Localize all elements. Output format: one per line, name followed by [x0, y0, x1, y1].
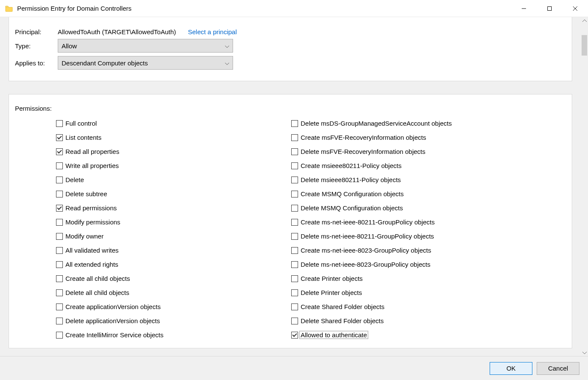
window-title: Permission Entry for Domain Controllers [17, 5, 132, 12]
permission-item[interactable]: Modify permissions [56, 215, 291, 229]
permission-item[interactable]: Delete msieee80211-Policy objects [291, 173, 526, 187]
minimize-button[interactable] [511, 0, 537, 17]
permission-item[interactable]: Delete [56, 173, 291, 187]
permission-item[interactable]: All validated writes [56, 243, 291, 257]
scroll-down-icon[interactable] [581, 349, 588, 356]
permission-label: Create ms-net-ieee-8023-GroupPolicy obje… [301, 247, 431, 254]
permission-item[interactable]: Create IntelliMirror Service objects [56, 328, 291, 342]
permission-label: Read all properties [65, 148, 119, 155]
checkbox[interactable] [291, 177, 298, 183]
permission-item[interactable]: Write all properties [56, 159, 291, 173]
permission-label: All validated writes [65, 247, 118, 254]
checkbox[interactable] [291, 233, 298, 240]
chevron-down-icon [225, 59, 229, 67]
applies-to-combo[interactable]: Descendant Computer objects [58, 56, 233, 70]
permission-label: Delete Printer objects [301, 289, 362, 296]
scroll-thumb[interactable] [582, 35, 587, 56]
permission-label: Create IntelliMirror Service objects [65, 331, 163, 339]
chevron-down-icon [225, 42, 229, 50]
principal-label: Principal: [15, 28, 58, 35]
checkbox[interactable] [56, 318, 63, 324]
checkbox[interactable] [291, 318, 298, 324]
permission-label: Delete Shared Folder objects [301, 317, 384, 324]
permission-label: Delete applicationVersion objects [65, 317, 160, 324]
permission-label: List contents [65, 134, 101, 141]
permission-item[interactable]: Delete msFVE-RecoveryInformation objects [291, 144, 526, 159]
permission-item[interactable]: Full control [56, 116, 291, 130]
permission-item[interactable]: Delete ms-net-ieee-80211-GroupPolicy obj… [291, 229, 526, 243]
permission-item[interactable]: Read all properties [56, 144, 291, 159]
permissions-column-2: Delete msDS-GroupManagedServiceAccount o… [291, 116, 526, 342]
permission-label: Create msFVE-RecoveryInformation objects [301, 134, 426, 141]
checkbox[interactable] [291, 261, 298, 268]
permission-item[interactable]: Allowed to authenticate [291, 328, 526, 342]
checkbox[interactable] [291, 120, 298, 127]
checkbox[interactable] [291, 191, 298, 197]
maximize-button[interactable] [537, 0, 562, 17]
checkbox[interactable] [291, 289, 298, 296]
type-combo[interactable]: Allow [58, 39, 233, 53]
permission-item[interactable]: List contents [56, 130, 291, 144]
checkbox[interactable] [56, 303, 63, 310]
permission-item[interactable]: Read permissions [56, 201, 291, 215]
permission-item[interactable]: Delete Shared Folder objects [291, 314, 526, 328]
close-button[interactable] [562, 0, 588, 17]
select-principal-link[interactable]: Select a principal [188, 28, 237, 35]
checkbox[interactable] [56, 191, 63, 197]
permission-item[interactable]: Create Printer objects [291, 271, 526, 286]
permission-item[interactable]: Delete ms-net-ieee-8023-GroupPolicy obje… [291, 257, 526, 271]
checkbox[interactable] [56, 247, 63, 254]
checkbox[interactable] [291, 275, 298, 282]
type-label: Type: [15, 42, 58, 50]
permission-item[interactable]: Create ms-net-ieee-8023-GroupPolicy obje… [291, 243, 526, 257]
permission-item[interactable]: Delete MSMQ Configuration objects [291, 201, 526, 215]
permission-label: Delete MSMQ Configuration objects [301, 204, 403, 212]
window-controls [511, 0, 588, 17]
permission-item[interactable]: Delete applicationVersion objects [56, 314, 291, 328]
checkbox[interactable] [56, 205, 63, 212]
checkbox[interactable] [291, 205, 298, 212]
permission-label: Delete msFVE-RecoveryInformation objects [301, 148, 425, 155]
ok-button[interactable]: OK [490, 362, 532, 375]
permission-item[interactable]: Delete msDS-GroupManagedServiceAccount o… [291, 116, 526, 130]
cancel-button[interactable]: Cancel [537, 362, 579, 375]
checkbox[interactable] [56, 148, 63, 155]
checkbox[interactable] [56, 134, 63, 141]
permission-item[interactable]: All extended rights [56, 257, 291, 271]
permission-label: Create Printer objects [301, 275, 363, 282]
permission-item[interactable]: Delete Printer objects [291, 286, 526, 300]
checkbox[interactable] [56, 177, 63, 183]
checkbox[interactable] [56, 120, 63, 127]
permission-label: All extended rights [65, 261, 118, 268]
checkbox[interactable] [291, 247, 298, 254]
principal-panel: Principal: AllowedToAuth (TARGET\Allowed… [9, 17, 572, 81]
checkbox[interactable] [291, 134, 298, 141]
checkbox[interactable] [291, 303, 298, 310]
scroll-up-icon[interactable] [581, 17, 588, 24]
checkbox[interactable] [291, 148, 298, 155]
titlebar: Permission Entry for Domain Controllers [0, 0, 588, 17]
permission-item[interactable]: Create msFVE-RecoveryInformation objects [291, 130, 526, 144]
checkbox[interactable] [56, 275, 63, 282]
permission-item[interactable]: Delete subtree [56, 187, 291, 201]
permission-item[interactable]: Create msieee80211-Policy objects [291, 159, 526, 173]
checkbox[interactable] [56, 162, 63, 169]
vertical-scrollbar[interactable] [581, 17, 588, 356]
checkbox[interactable] [56, 233, 63, 240]
permission-label: Delete [65, 176, 84, 183]
checkbox[interactable] [291, 219, 298, 226]
checkbox[interactable] [56, 219, 63, 226]
permission-item[interactable]: Create all child objects [56, 271, 291, 286]
checkbox[interactable] [291, 162, 298, 169]
permission-item[interactable]: Create ms-net-ieee-80211-GroupPolicy obj… [291, 215, 526, 229]
checkbox[interactable] [56, 332, 63, 339]
permission-item[interactable]: Create MSMQ Configuration objects [291, 187, 526, 201]
checkbox[interactable] [291, 332, 298, 339]
checkbox[interactable] [56, 289, 63, 296]
checkbox[interactable] [56, 261, 63, 268]
permission-item[interactable]: Delete all child objects [56, 286, 291, 300]
permission-item[interactable]: Create applicationVersion objects [56, 300, 291, 314]
permissions-column-1: Full controlList contentsRead all proper… [56, 116, 291, 342]
permission-item[interactable]: Modify owner [56, 229, 291, 243]
permission-item[interactable]: Create Shared Folder objects [291, 300, 526, 314]
